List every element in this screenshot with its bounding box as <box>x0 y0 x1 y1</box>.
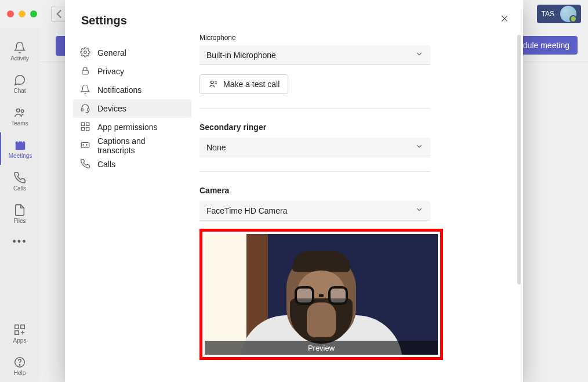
rail-item-chat[interactable]: Chat <box>0 67 39 100</box>
settings-nav-general[interactable]: General <box>73 44 191 62</box>
svg-rect-3 <box>17 139 19 142</box>
svg-rect-6 <box>21 325 24 328</box>
captions-icon <box>80 140 90 152</box>
settings-modal: Settings General Privacy Notifications D… <box>65 0 523 382</box>
minimize-window-button[interactable] <box>19 10 26 17</box>
rail-label: Chat <box>13 88 26 94</box>
svg-rect-4 <box>22 139 23 142</box>
headset-icon <box>80 103 90 115</box>
svg-point-1 <box>21 109 24 112</box>
settings-title: Settings <box>81 14 191 27</box>
settings-nav-app-permissions[interactable]: App permissions <box>73 118 191 136</box>
settings-nav-label: Privacy <box>97 67 124 76</box>
svg-rect-15 <box>82 70 89 74</box>
lock-icon <box>80 66 90 78</box>
rail-item-help[interactable]: Help <box>0 349 39 382</box>
chevron-down-icon <box>415 50 423 60</box>
settings-sidebar: Settings General Privacy Notifications D… <box>65 0 199 382</box>
settings-nav-label: Devices <box>97 104 126 113</box>
settings-nav-calls[interactable]: Calls <box>73 155 191 174</box>
rail-item-files[interactable]: Files <box>0 197 39 230</box>
rail-item-teams[interactable]: Teams <box>0 100 39 132</box>
camera-label: Camera <box>199 186 514 195</box>
chevron-down-icon <box>415 206 423 215</box>
settings-nav-label: App permissions <box>97 122 158 132</box>
scrollbar[interactable] <box>517 35 521 284</box>
settings-nav-notifications[interactable]: Notifications <box>73 81 191 99</box>
svg-rect-16 <box>81 108 83 111</box>
svg-rect-18 <box>81 122 84 125</box>
chevron-down-icon <box>415 142 423 152</box>
rail-label: Activity <box>10 55 29 62</box>
secondary-ringer-label: Secondary ringer <box>199 122 514 132</box>
svg-point-0 <box>17 109 20 112</box>
camera-preview-highlight: Preview <box>199 229 443 360</box>
settings-nav-label: Captions and transcripts <box>97 136 184 155</box>
phone-icon <box>80 158 90 171</box>
settings-nav-captions[interactable]: Captions and transcripts <box>73 136 191 155</box>
microphone-label: Microphone <box>199 34 514 42</box>
settings-nav-devices[interactable]: Devices <box>73 99 191 118</box>
section-divider <box>199 108 430 109</box>
rail-label: Help <box>14 370 26 376</box>
make-test-call-button[interactable]: Make a test call <box>199 74 288 94</box>
svg-rect-20 <box>81 127 84 130</box>
maximize-window-button[interactable] <box>30 10 37 17</box>
test-call-icon <box>208 78 219 91</box>
bell-icon <box>80 84 90 96</box>
svg-point-23 <box>211 81 214 84</box>
header-user-block[interactable]: TAS <box>537 5 581 23</box>
svg-rect-19 <box>86 122 89 125</box>
test-call-label: Make a test call <box>223 80 280 89</box>
rail-label: Teams <box>11 120 28 127</box>
rail-label: Calls <box>13 185 26 192</box>
app-rail: Activity Chat Teams Meetings Calls Files… <box>0 28 39 382</box>
microphone-value: Built-in Microphone <box>206 51 276 60</box>
svg-rect-2 <box>16 141 26 150</box>
rail-item-activity[interactable]: Activity <box>0 35 39 67</box>
rail-label: Files <box>13 218 26 224</box>
settings-nav-label: Calls <box>97 160 115 169</box>
svg-rect-7 <box>15 330 19 334</box>
secondary-ringer-value: None <box>206 143 226 152</box>
user-initials: TAS <box>542 10 554 18</box>
settings-nav-label: General <box>97 48 126 57</box>
schedule-meeting-label: dule meeting <box>523 41 569 50</box>
camera-value: FaceTime HD Camera <box>206 206 288 215</box>
settings-nav-privacy[interactable]: Privacy <box>73 62 191 81</box>
microphone-dropdown[interactable]: Built-in Microphone <box>199 45 430 65</box>
settings-content: Microphone Built-in Microphone Make a te… <box>199 0 523 382</box>
schedule-meeting-button[interactable]: dule meeting <box>515 36 578 55</box>
background-button-stub <box>56 36 65 56</box>
window-controls <box>7 10 37 17</box>
svg-rect-21 <box>86 127 89 130</box>
gear-icon <box>80 47 90 59</box>
camera-dropdown[interactable]: FaceTime HD Camera <box>199 201 430 221</box>
section-divider <box>199 171 430 172</box>
svg-rect-17 <box>88 108 89 111</box>
grid-icon <box>80 121 90 134</box>
svg-point-11 <box>19 364 20 365</box>
svg-point-14 <box>84 51 87 53</box>
rail-label: Apps <box>13 337 27 344</box>
svg-rect-22 <box>81 142 89 147</box>
rail-label: Meetings <box>9 153 32 159</box>
preview-caption: Preview <box>205 341 438 355</box>
svg-rect-5 <box>15 325 19 328</box>
camera-preview: Preview <box>205 234 438 355</box>
rail-more-button[interactable]: ••• <box>0 230 39 253</box>
secondary-ringer-dropdown[interactable]: None <box>199 138 430 157</box>
close-window-button[interactable] <box>7 10 14 17</box>
rail-item-apps[interactable]: Apps <box>0 317 39 349</box>
avatar[interactable] <box>560 6 576 22</box>
rail-item-calls[interactable]: Calls <box>0 165 39 197</box>
rail-item-meetings[interactable]: Meetings <box>0 132 39 165</box>
settings-nav-label: Notifications <box>97 85 141 95</box>
